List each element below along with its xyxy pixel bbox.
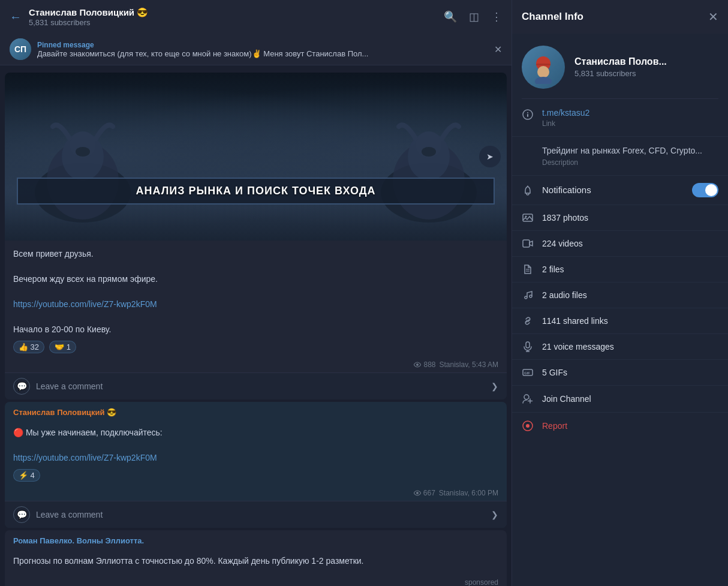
- files-icon: [522, 263, 534, 275]
- media-voice-row[interactable]: 21 voice messages: [512, 334, 728, 360]
- sponsored-body: Прогнозы по волнам Эллиотта с точностью …: [5, 548, 507, 576]
- pinned-message[interactable]: СП Pinned message Давайте знакомиться (д…: [0, 34, 512, 65]
- svg-point-9: [422, 147, 436, 157]
- reaction-lightning[interactable]: ⚡ 4: [13, 469, 40, 482]
- info-icon: [522, 109, 534, 121]
- post-sender-2: Станислав Половицкий 😎: [5, 402, 507, 419]
- pinned-label: Pinned message: [37, 41, 488, 49]
- media-gif-row[interactable]: GIF 5 GIFs: [512, 360, 728, 386]
- svg-rect-22: [523, 240, 530, 247]
- bull-left-svg: [23, 109, 143, 229]
- channel-avatar-inner: [522, 46, 565, 89]
- videos-label: 224 videos: [542, 239, 718, 248]
- voice-icon: [522, 341, 534, 353]
- svg-rect-27: [526, 342, 530, 348]
- reaction-handshake[interactable]: 🤝 1: [49, 341, 76, 353]
- more-icon[interactable]: ⋮: [491, 10, 502, 23]
- pinned-close-button[interactable]: ✕: [494, 44, 502, 55]
- info-link-section: t.me/kstasu2 Link: [512, 99, 728, 137]
- sponsored-label: sponsored: [5, 576, 507, 586]
- comment-label-1: Leave a comment: [36, 381, 491, 391]
- chat-panel: ← Станислав Половицкий 😎 5,831 subscribe…: [0, 0, 512, 586]
- comment-section-2[interactable]: 💬 Leave a comment ❯: [5, 501, 507, 528]
- media-photos-row[interactable]: 1837 photos: [512, 205, 728, 231]
- notifications-toggle[interactable]: [692, 183, 718, 197]
- channel-link[interactable]: t.me/kstasu2: [542, 108, 589, 118]
- svg-point-15: [535, 77, 552, 84]
- search-icon[interactable]: 🔍: [444, 10, 457, 23]
- channel-meta: Станислав Полов... 5,831 subscribers: [574, 56, 667, 78]
- svg-point-10: [416, 363, 419, 366]
- post-reactions-2: ⚡ 4: [13, 469, 498, 482]
- svg-point-18: [527, 112, 528, 113]
- media-links-row[interactable]: 1141 shared links: [512, 308, 728, 334]
- notifications-label: Notifications: [542, 185, 684, 195]
- post-text-1: Всем привет друзья. Вечером жду всех на …: [13, 248, 498, 336]
- sponsored-text: Прогнозы по волнам Эллиотта с точностью …: [13, 555, 498, 567]
- photos-label: 1837 photos: [542, 213, 718, 223]
- header-info: Станислав Половицкий 😎 5,831 subscribers: [29, 7, 437, 27]
- report-row[interactable]: Report: [512, 413, 728, 439]
- post-author-2: Stanislav, 6:00 PM: [439, 489, 498, 497]
- svg-rect-17: [527, 114, 528, 117]
- pinned-content: Pinned message Давайте знакомиться (для …: [37, 41, 488, 58]
- comment-section-1[interactable]: 💬 Leave a comment ❯: [5, 372, 507, 399]
- messages-area[interactable]: АНАЛИЗ РЫНКА И ПОИСК ТОЧЕК ВХОДА ➤ Всем …: [0, 65, 512, 586]
- post-reactions-1: 👍 32 🤝 1: [13, 341, 498, 353]
- report-icon: [522, 420, 534, 432]
- join-channel-row[interactable]: Join Channel: [512, 386, 728, 413]
- media-audio-row[interactable]: 2 audio files: [512, 283, 728, 308]
- channel-description: Трейдинг на рынках Forex, CFD, Crypto...: [542, 145, 718, 157]
- post-meta-1: 888 Stanislav, 5:43 AM: [5, 360, 507, 372]
- info-description-section: Трейдинг на рынках Forex, CFD, Crypto...…: [512, 137, 728, 176]
- post-body-1: Всем привет друзья. Вечером жду всех на …: [5, 241, 507, 360]
- comment-arrow-2: ❯: [491, 510, 498, 519]
- pinned-text: Давайте знакомиться (для тех, кто еще со…: [37, 49, 488, 58]
- bull-right-svg: [369, 109, 489, 229]
- notifications-icon: [522, 185, 534, 197]
- info-panel: Channel Info ✕ Станислав Полов... 5,831 …: [512, 0, 728, 586]
- post-image: АНАЛИЗ РЫНКА И ПОИСК ТОЧЕК ВХОДА ➤: [5, 73, 507, 241]
- desc-content: Трейдинг на рынках Forex, CFD, Crypto...…: [542, 145, 718, 167]
- join-channel-label: Join Channel: [542, 394, 591, 404]
- audio-icon: [522, 289, 534, 301]
- channel-info-name: Станислав Полов...: [574, 56, 667, 67]
- layout-icon[interactable]: ◫: [469, 10, 479, 23]
- svg-rect-13: [536, 64, 550, 65]
- chat-header: ← Станислав Половицкий 😎 5,831 subscribe…: [0, 0, 512, 34]
- svg-point-4: [76, 147, 90, 157]
- comment-label-2: Leave a comment: [36, 510, 491, 519]
- svg-point-14: [537, 66, 549, 78]
- sponsored-sender: Роман Павелко. Волны Эллиотта.: [5, 530, 507, 548]
- post-link-2[interactable]: https://youtube.com/live/Z7-kwp2kF0M: [13, 453, 157, 462]
- media-files-row[interactable]: 2 files: [512, 257, 728, 283]
- videos-icon: [522, 238, 534, 250]
- avatar-person-svg: [527, 50, 560, 84]
- comment-icon-2: 💬: [13, 506, 30, 523]
- post-link-1[interactable]: https://youtube.com/live/Z7-kwp2kF0M: [13, 299, 157, 309]
- reaction-thumbs-up[interactable]: 👍 32: [13, 341, 44, 353]
- forward-button-1[interactable]: ➤: [479, 146, 501, 167]
- media-videos-row[interactable]: 224 videos: [512, 231, 728, 257]
- photos-icon: [522, 212, 534, 224]
- notifications-section: Notifications: [512, 176, 728, 205]
- pinned-avatar: СП: [10, 38, 31, 60]
- chat-channel-name: Станислав Половицкий 😎: [29, 7, 437, 18]
- voice-label: 21 voice messages: [542, 342, 718, 351]
- desc-icon-placeholder: [522, 146, 534, 158]
- post-views-2: 667: [413, 489, 435, 497]
- link-content: t.me/kstasu2 Link: [542, 107, 718, 128]
- comment-arrow-1: ❯: [491, 381, 498, 391]
- svg-text:GIF: GIF: [524, 371, 530, 375]
- gif-icon: GIF: [522, 366, 534, 378]
- info-close-button[interactable]: ✕: [708, 10, 718, 24]
- channel-avatar: [522, 46, 565, 89]
- comment-icon-1: 💬: [13, 378, 30, 395]
- channel-info-subs: 5,831 subscribers: [574, 69, 667, 78]
- svg-point-32: [524, 395, 529, 399]
- back-button[interactable]: ←: [10, 10, 22, 24]
- links-icon: [522, 315, 534, 327]
- info-panel-header: Channel Info ✕: [512, 0, 728, 34]
- post-text-2: 🔴 Мы уже начинаем, подключайтесь: https:…: [13, 426, 498, 464]
- post-card-1: АНАЛИЗ РЫНКА И ПОИСК ТОЧЕК ВХОДА ➤ Всем …: [5, 73, 507, 399]
